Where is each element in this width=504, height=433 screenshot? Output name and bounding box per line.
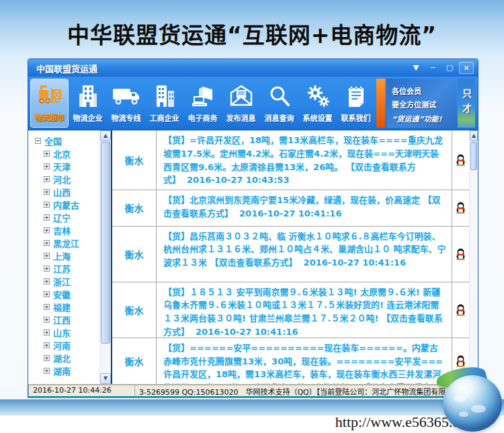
banner-line: “货运通”功能! bbox=[392, 113, 452, 124]
tree-item-province[interactable]: +黑龙江 bbox=[44, 237, 99, 249]
expand-icon[interactable]: + bbox=[44, 342, 50, 348]
tree-label: 山西 bbox=[53, 186, 71, 198]
toolbar-item-logistics-company[interactable]: 物流企业 bbox=[69, 79, 107, 128]
expand-icon[interactable]: + bbox=[44, 291, 50, 297]
toolbar-item-label: 物流超市 bbox=[35, 112, 65, 122]
expand-icon[interactable]: + bbox=[44, 266, 50, 272]
tree-label: 吉林 bbox=[53, 224, 71, 237]
tree-label: 湖南 bbox=[53, 364, 71, 377]
tree-label: 内蒙古 bbox=[53, 198, 79, 211]
member-notice-banner: 各位会员 要全方位测试 “货运通”功能! bbox=[386, 79, 456, 128]
tree-item-province[interactable]: +上海 bbox=[44, 249, 99, 262]
tree-item-province[interactable]: +河南 bbox=[44, 339, 99, 352]
message-row[interactable]: 衡水 【货】１８５１３ 安平到南京需９.６米装１３吨! 太原需９.６米! 新疆乌… bbox=[112, 282, 469, 338]
tree-item-province[interactable]: +浙江 bbox=[44, 275, 99, 288]
scroll-up-icon[interactable]: ▲ bbox=[100, 130, 111, 141]
message-row[interactable]: 衡水 【货】昌乐莒南３０３２吨、临 沂衡水１０吨求６.８高栏车今订明装、杭州台州… bbox=[112, 227, 469, 282]
tree-item-province[interactable]: +湖南 bbox=[44, 364, 99, 377]
tree-item-province[interactable]: +辽宁 bbox=[44, 211, 99, 224]
marquee-panel: 只才 bbox=[458, 79, 475, 128]
qq-contact-icon[interactable] bbox=[452, 190, 469, 225]
tree-scrollbar-thumb[interactable] bbox=[101, 142, 110, 344]
message-row[interactable]: 衡水 【货】======安平==========现在装车======。内蒙古赤峰… bbox=[112, 338, 469, 384]
list-scrollbar[interactable]: ▲ ▼ bbox=[469, 130, 478, 384]
message-row[interactable]: 衡水 【货】=许昌开发区，18吨，需13米高栏车，现在装车====重庆九龙坡需1… bbox=[112, 130, 469, 190]
tree-label: 河北 bbox=[53, 173, 71, 186]
toolbar-item-logistics-supermarket[interactable]: 物流超市 bbox=[30, 79, 69, 128]
scroll-up-icon[interactable]: ▲ bbox=[470, 130, 478, 141]
tree-item-province[interactable]: +天津 bbox=[44, 160, 99, 173]
page-title: 中华联盟货运通“互联网+电商物流” bbox=[0, 17, 504, 50]
expand-icon[interactable]: + bbox=[44, 163, 50, 169]
toolbar-item-business-company[interactable]: 工商企业 bbox=[145, 79, 183, 128]
toolbar-item-message-query[interactable]: 消息查询 bbox=[260, 79, 298, 128]
expand-icon[interactable]: + bbox=[44, 240, 50, 246]
tree-label: 北京 bbox=[53, 147, 71, 160]
expand-icon[interactable]: + bbox=[44, 214, 50, 221]
banner-line: 要全方位测试 bbox=[392, 99, 452, 110]
expand-icon[interactable]: + bbox=[44, 227, 50, 233]
tree-item-root[interactable]: − 全国 bbox=[35, 134, 99, 147]
tree-item-province[interactable]: +内蒙古 bbox=[44, 198, 99, 211]
expand-icon[interactable]: + bbox=[44, 189, 50, 195]
notepad-icon bbox=[345, 82, 367, 110]
tree-item-province[interactable]: +江西 bbox=[44, 313, 99, 326]
expand-icon[interactable]: + bbox=[44, 368, 50, 374]
qq-contact-icon[interactable] bbox=[452, 282, 469, 338]
toolbar-item-label: 系统设置 bbox=[303, 112, 333, 123]
toolbar-item-label: 物流专线 bbox=[112, 112, 141, 123]
origin-city: 衡水 bbox=[112, 130, 157, 190]
tree-item-province[interactable]: +山西 bbox=[44, 186, 99, 198]
qq-contact-icon[interactable] bbox=[452, 227, 469, 282]
toolbar-item-label: 发布消息 bbox=[226, 112, 256, 123]
toolbar-item-post-message[interactable]: 发布消息 bbox=[222, 79, 260, 128]
origin-city: 衡水 bbox=[112, 282, 157, 338]
expand-icon[interactable]: + bbox=[44, 253, 50, 259]
toolbar-item-logistics-line[interactable]: 物流专线 bbox=[107, 79, 145, 128]
qq-contact-icon[interactable] bbox=[452, 130, 469, 190]
tree-label: 福建 bbox=[53, 301, 71, 313]
origin-city: 衡水 bbox=[112, 227, 157, 282]
toolbar-item-label: 工商企业 bbox=[150, 112, 179, 123]
tree-item-province[interactable]: +湖北 bbox=[44, 352, 99, 364]
expand-icon[interactable]: + bbox=[44, 355, 50, 361]
main-toolbar: 物流超市 物流企业 bbox=[28, 77, 478, 130]
tree-item-province[interactable]: +吉林 bbox=[44, 224, 99, 237]
minimize-icon[interactable]: ─ bbox=[425, 62, 440, 74]
tree-item-province[interactable]: +福建 bbox=[44, 301, 99, 313]
tree-label: 河南 bbox=[53, 339, 71, 352]
toolbar-item-system-settings[interactable]: 系统设置 bbox=[298, 79, 337, 128]
toolbar-item-contact-us[interactable]: 联系我们 bbox=[337, 79, 375, 128]
toolbar-item-label: 联系我们 bbox=[341, 112, 371, 123]
tree-item-province[interactable]: +河北 bbox=[44, 173, 99, 186]
collapse-icon[interactable]: − bbox=[35, 138, 41, 144]
expand-icon[interactable]: + bbox=[44, 317, 50, 323]
globe-logo bbox=[439, 370, 504, 433]
expand-icon[interactable]: + bbox=[44, 278, 50, 284]
magnifier-icon bbox=[267, 82, 292, 110]
tree-label: 湖北 bbox=[53, 352, 71, 364]
origin-city: 衡水 bbox=[112, 190, 157, 225]
tree-item-province[interactable]: +山东 bbox=[44, 326, 99, 339]
expand-icon[interactable]: + bbox=[44, 329, 50, 336]
orange-divider-strip bbox=[376, 79, 385, 128]
list-scrollbar-thumb[interactable] bbox=[470, 142, 477, 170]
expand-icon[interactable]: + bbox=[44, 304, 50, 310]
tree-label: 天津 bbox=[53, 160, 71, 173]
dropdown-icon[interactable]: ▼ bbox=[409, 62, 423, 74]
tree-item-province[interactable]: +江苏 bbox=[44, 262, 99, 275]
message-body: 【货】=许昌开发区，18吨，需13米高栏车，现在装车====重庆九龙坡需17.5… bbox=[157, 130, 452, 190]
tree-item-province[interactable]: +安徽 bbox=[44, 288, 99, 301]
message-body: 【货】北京滨州到东莞南宁要15米冷藏，绿通，现在装，价高速定 【双击查看联系方式… bbox=[157, 190, 452, 225]
expand-icon[interactable]: + bbox=[44, 151, 50, 157]
expand-icon[interactable]: + bbox=[44, 202, 50, 208]
tree-item-province[interactable]: +北京 bbox=[44, 147, 99, 160]
scroll-down-icon[interactable]: ▼ bbox=[100, 373, 111, 384]
expand-icon[interactable]: + bbox=[44, 176, 50, 182]
maximize-icon[interactable]: ▢ bbox=[442, 62, 457, 74]
tree-scrollbar[interactable]: ▲ ▼ bbox=[99, 130, 111, 384]
message-row[interactable]: 衡水 【货】北京滨州到东莞南宁要15米冷藏，绿通，现在装，价高速定 【双击查看联… bbox=[112, 190, 469, 226]
tree-label: 江西 bbox=[53, 313, 71, 326]
toolbar-item-ecommerce[interactable]: 电子商务 bbox=[183, 79, 222, 128]
close-icon[interactable]: ✕ bbox=[459, 62, 474, 74]
